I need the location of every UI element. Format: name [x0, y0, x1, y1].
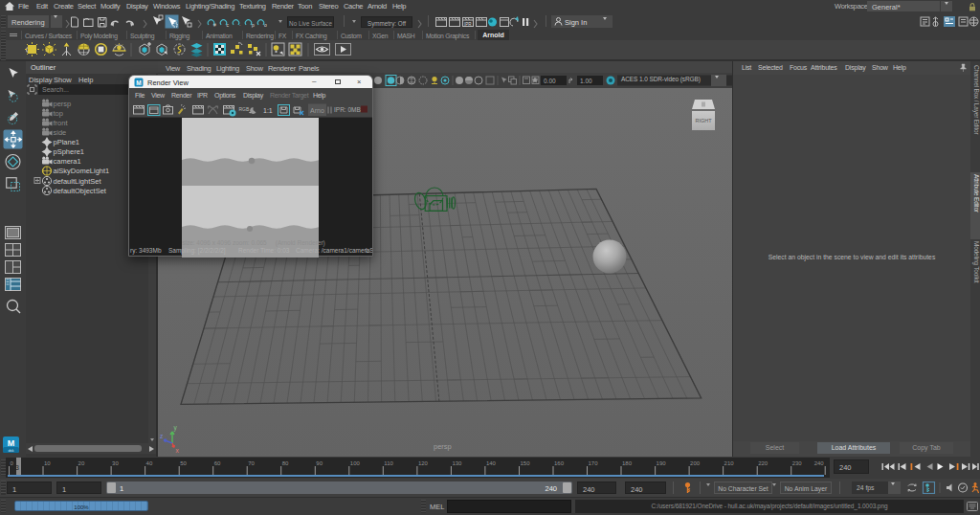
svg-text:200: 200 [690, 460, 701, 466]
svg-text:140: 140 [486, 460, 497, 466]
svg-text:·: · [239, 22, 241, 28]
svg-text:220: 220 [758, 460, 768, 466]
svg-text:170: 170 [589, 460, 599, 466]
svg-text:z: z [160, 433, 163, 439]
svg-text:M: M [136, 79, 141, 86]
svg-text:pSphere1: pSphere1 [54, 147, 85, 156]
svg-text:100: 100 [350, 460, 361, 466]
svg-text:IPR: IPR [464, 22, 472, 27]
svg-text:130: 130 [452, 460, 462, 466]
svg-text:Arno: Arno [310, 107, 324, 114]
svg-text:3: 3 [15, 464, 19, 471]
svg-text:persp: persp [54, 100, 72, 108]
svg-text:side: side [54, 128, 67, 137]
svg-text:front: front [54, 119, 69, 127]
svg-text:180: 180 [622, 460, 633, 466]
svg-text:20: 20 [78, 460, 85, 466]
svg-text:90: 90 [316, 460, 323, 466]
svg-text:defaultLightSet: defaultLightSet [54, 177, 102, 186]
svg-text:IPR: 0MB: IPR: 0MB [334, 106, 361, 113]
svg-text:80: 80 [282, 460, 289, 466]
svg-text:10: 10 [44, 460, 51, 466]
svg-text:top: top [54, 109, 63, 118]
svg-text:1:1: 1:1 [263, 107, 273, 114]
svg-text:aiSkyDomeLight1: aiSkyDomeLight1 [54, 167, 110, 175]
svg-text:M: M [8, 438, 15, 448]
svg-text:o: o [264, 22, 267, 28]
svg-text:x: x [176, 447, 180, 454]
svg-text:240: 240 [814, 460, 825, 466]
svg-text:150: 150 [521, 460, 531, 466]
svg-text:50: 50 [180, 460, 187, 466]
svg-text:120: 120 [418, 460, 429, 466]
svg-text:190: 190 [657, 460, 667, 466]
svg-text:110: 110 [384, 460, 393, 466]
svg-text:camera1: camera1 [54, 157, 81, 166]
svg-text:RGB: RGB [239, 106, 251, 112]
svg-text:70: 70 [248, 460, 255, 466]
svg-text:#: # [213, 22, 216, 28]
svg-text:c: c [227, 22, 230, 28]
svg-text:dsk: dsk [8, 448, 13, 453]
svg-text:defaultObjectSet: defaultObjectSet [54, 187, 107, 195]
svg-text:160: 160 [554, 460, 565, 466]
svg-text:pPlane1: pPlane1 [54, 138, 80, 146]
svg-text:p: p [252, 22, 255, 28]
svg-text:30: 30 [112, 460, 119, 466]
svg-text:0: 0 [11, 460, 14, 466]
svg-text:RIGHT: RIGHT [695, 118, 712, 123]
svg-text:40: 40 [146, 460, 153, 466]
svg-text:y: y [174, 424, 178, 432]
svg-text:60: 60 [214, 460, 221, 466]
svg-text:230: 230 [792, 460, 803, 466]
svg-text:210: 210 [724, 460, 735, 466]
